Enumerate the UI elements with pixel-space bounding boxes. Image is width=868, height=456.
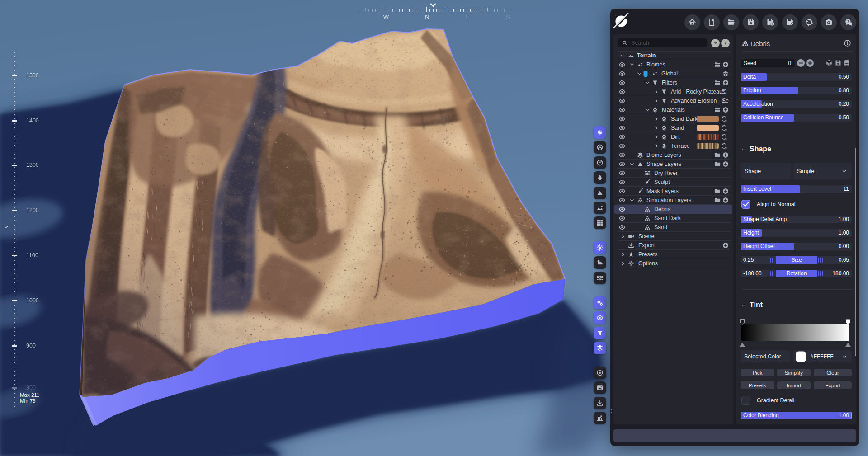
viewport-tool-stats-button[interactable] [594, 412, 606, 424]
tint-section-chevron-down-icon[interactable] [741, 303, 746, 308]
layer-row-filters[interactable]: Filters [614, 78, 732, 87]
info-icon[interactable] [844, 39, 851, 47]
plus-icon[interactable] [722, 80, 729, 86]
rebuild-button[interactable] [802, 14, 817, 30]
gradient-detail-checkbox[interactable] [741, 396, 750, 405]
expand-chevron-right-icon[interactable] [654, 98, 660, 104]
viewport-tool-scene-view-button[interactable] [594, 202, 606, 214]
expand-chevron-right-icon[interactable] [620, 261, 626, 267]
selected-color-swatch[interactable] [796, 351, 806, 362]
new-file-button[interactable] [704, 14, 720, 30]
search-next-button chevron-right-icon[interactable] [721, 39, 730, 47]
folder-icon[interactable] [714, 61, 721, 68]
viewport-tool-eye-button[interactable] [594, 311, 606, 324]
viewport-tool-image-button[interactable] [594, 381, 606, 394]
viewport-tool-planet-button[interactable] [594, 126, 606, 139]
visibility-eye-icon[interactable] [619, 197, 626, 204]
properties-scrollbar[interactable] [855, 148, 856, 356]
material-swatch[interactable] [697, 125, 719, 131]
viewport-tool-gears-button[interactable] [594, 296, 606, 309]
clear-button[interactable]: Clear [814, 369, 852, 376]
viewport-tool-record-button[interactable] [594, 367, 606, 379]
visibility-eye-icon[interactable] [619, 61, 626, 68]
save-button[interactable] [743, 14, 759, 30]
screenshot-button[interactable] [821, 14, 837, 30]
export-button[interactable]: Export [814, 381, 852, 389]
gradient-range-handle-right[interactable] [845, 343, 851, 347]
plus-icon[interactable] [722, 161, 729, 168]
visibility-eye-icon[interactable] [619, 98, 626, 104]
plus-icon[interactable] [722, 107, 729, 113]
viewport-tool-grid-button[interactable] [594, 216, 606, 229]
viewport-tool-funnel-button[interactable] [594, 327, 606, 339]
plus-icon[interactable] [722, 188, 729, 195]
visibility-eye-icon[interactable] [619, 188, 626, 195]
search-collapse-button chevron-down-icon[interactable] [711, 39, 720, 47]
shape-type-dropdown[interactable]: Simple [793, 163, 852, 179]
expand-chevron-down-icon[interactable] [629, 62, 635, 68]
shape-section-chevron-down-icon[interactable] [741, 147, 746, 152]
viewport-tool-layers-button[interactable] [594, 342, 606, 354]
expand-chevron-down-icon[interactable] [645, 80, 651, 86]
visibility-eye-icon[interactable] [619, 125, 626, 132]
search-input[interactable]: Search [618, 38, 707, 47]
range-right-handle[interactable] [818, 258, 823, 263]
expand-chevron-down-icon[interactable] [637, 71, 642, 77]
layer-row-simulation-layers[interactable]: Simulation Layers [614, 196, 732, 205]
slider-insert-level[interactable]: Insert Level11 [741, 185, 852, 193]
layer-row-global[interactable]: Global [614, 69, 732, 78]
dice-icon[interactable] [826, 59, 833, 66]
folder-icon[interactable] [714, 107, 721, 113]
viewport-tool-gauge-button[interactable] [594, 156, 606, 169]
plus-icon[interactable] [722, 61, 729, 68]
layer-row-biome-layers[interactable]: Biome Layers [614, 150, 732, 160]
visibility-eye-icon[interactable] [619, 179, 626, 186]
seed-input[interactable]: Seed0 [741, 59, 795, 67]
layer-row-export[interactable]: Export [614, 241, 732, 250]
viewport-tool-sun-gear-button[interactable] [594, 241, 606, 254]
visibility-eye-icon[interactable] [619, 206, 626, 213]
range-pill-label[interactable]: Size [776, 256, 817, 264]
open-folder-button[interactable] [723, 14, 739, 30]
layer-row-scene[interactable]: Scene [614, 232, 732, 241]
range-pill-label[interactable]: Rotation [776, 270, 817, 277]
folder-icon[interactable] [714, 161, 721, 168]
folder-icon[interactable] [714, 197, 721, 204]
expand-chevron-right-icon[interactable] [654, 125, 660, 131]
expand-chevron-right-icon[interactable] [620, 234, 626, 240]
refresh-icon[interactable] [721, 116, 728, 122]
layer-row-shape-layers[interactable]: Shape Layers [614, 160, 732, 169]
visibility-eye-icon[interactable] [619, 161, 626, 168]
gradient-stop-handle-left[interactable] [740, 319, 745, 325]
visibility-eye-icon[interactable] [619, 89, 626, 95]
layer-row-arid-rocky-plateaus[interactable]: Arid - Rocky Plateaus [614, 87, 732, 96]
slider-friction[interactable]: Friction0.80 [741, 87, 852, 94]
layers-icon[interactable] [722, 71, 729, 77]
visibility-eye-icon[interactable] [619, 116, 626, 122]
viewport-tool-waves-button[interactable] [594, 272, 606, 284]
import-button[interactable]: Import [777, 381, 811, 389]
range-left-handle[interactable] [770, 258, 774, 263]
expand-chevron-down-icon[interactable] [645, 107, 651, 113]
expand-chevron-right-icon[interactable] [654, 89, 660, 95]
expand-chevron-right-icon[interactable] [654, 143, 660, 149]
material-swatch[interactable] [697, 134, 719, 140]
viewport-tool-cloud-sun-button[interactable] [594, 256, 606, 269]
rotation-range-slider[interactable]: -180.00180.00Rotation [741, 270, 852, 277]
layer-row-sand[interactable]: Sand [614, 223, 732, 232]
refresh-icon[interactable] [721, 89, 728, 95]
database-icon[interactable] [843, 59, 850, 66]
visibility-eye-icon[interactable] [619, 80, 626, 86]
layer-row-terrain[interactable]: Terrain [614, 51, 732, 60]
selected-color-dropdown[interactable]: #FFFFFF [793, 350, 852, 362]
plus-icon[interactable] [722, 242, 729, 249]
layer-row-sand[interactable]: Sand [614, 123, 732, 132]
expand-chevron-down-icon[interactable] [629, 197, 635, 203]
layer-row-sand-dark[interactable]: Sand Dark [614, 214, 732, 223]
gradient-stop-handle-right[interactable] [846, 319, 850, 325]
visibility-eye-icon[interactable] [619, 107, 626, 113]
home-button[interactable] [684, 14, 700, 30]
save-new-button[interactable] [762, 14, 778, 30]
visibility-eye-icon[interactable] [619, 152, 626, 159]
visibility-eye-icon[interactable] [619, 224, 626, 231]
